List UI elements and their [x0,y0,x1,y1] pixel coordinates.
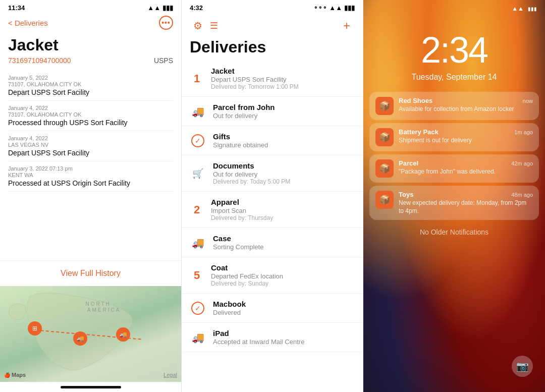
map-pin-truck: 🚚 [73,331,87,346]
list-time: 4:32 [190,4,203,12]
item-icon-case: 🚚 [190,237,206,249]
notifications-list: 📦 Red Shoes now Available for collection… [369,92,539,220]
item-icon-ipad: 🚚 [190,331,206,344]
item-text-macbook: Macbook Delivered [213,300,355,316]
camera-button[interactable]: 📷 [512,356,533,377]
item-badge-coat: 5 [190,269,204,282]
wifi-icon: ▲▲ [147,4,160,12]
list-signal-icon: ▲▲ [329,4,342,12]
notif-title-battery-pack: Battery Pack [399,128,439,136]
more-dots: ••• [161,19,171,27]
lock-time: 2:34 [363,29,545,71]
notif-text-battery-pack: Shipment is out for delivery [399,137,533,145]
history-item-3: January 3, 2022 07:13 pm KENT WA Process… [8,161,173,192]
history-date-3: January 3, 2022 07:13 pm [8,165,173,172]
list-toolbar: ⚙ ☰ + [182,14,363,36]
map-north-label: NORTH [85,301,111,307]
item-text-parcel: Parcel from John Out for delivery [213,103,355,120]
delivery-item-gifts[interactable]: ✓ Gifts Signature obtained [182,126,363,155]
notif-title-parcel: Parcel [399,159,418,167]
detail-nav: < Deliveries ••• [0,14,181,34]
delivery-item-parcel[interactable]: 🚚 Parcel from John Out for delivery [182,97,363,126]
lock-battery-icon: ▮▮▮ [528,6,537,12]
delivery-item-apparel[interactable]: 2 Apparel Import Scan Delivered by: Thur… [182,192,363,228]
list-wifi-icon: ⚬⚬⚬ [313,5,327,11]
item-text-jacket: Jacket Depart USPS Sort Facility Deliver… [211,67,355,90]
history-date-2: January 4, 2022 [8,135,173,141]
lock-wifi-icon: ▲▲ [512,5,524,12]
map-legal-link[interactable]: Legal [164,372,177,378]
back-button[interactable]: < Deliveries [8,19,48,27]
notif-text-red-shoes: Available for collection from Amazon loc… [399,105,533,114]
notif-title-red-shoes: Red Shoes [399,97,432,104]
delivery-list: 1 Jacket Depart USPS Sort Facility Deliv… [182,61,363,392]
detail-status-icons: ▲▲ ▮▮▮ [147,4,173,12]
notif-red-shoes[interactable]: 📦 Red Shoes now Available for collection… [369,92,539,120]
delivery-item-coat[interactable]: 5 Coat Departed FedEx location Delivered… [182,257,363,294]
notif-header-red-shoes: Red Shoes now [399,97,533,104]
list-title: Deliveries [182,36,363,61]
delivery-item-macbook[interactable]: ✓ Macbook Delivered [182,294,363,323]
notif-text-parcel: "Package from John" was delivered. [399,168,533,176]
notif-icon-red-shoes: 📦 [375,97,394,115]
notif-header-toys: Toys 48m ago [399,191,533,198]
notif-header-parcel: Parcel 42m ago [399,159,533,167]
history-desc-0: Depart USPS Sort Facility [8,88,173,96]
map-america-label: AMERICA [87,307,121,313]
list-battery-icon: ▮▮▮ [344,4,355,12]
detail-package-title: Jacket [0,34,181,55]
history-desc-3: Processed at USPS Origin Sort Facility [8,179,173,187]
notif-parcel[interactable]: 📦 Parcel 42m ago "Package from John" was… [369,154,539,183]
view-full-history-button[interactable]: View Full History [0,260,181,286]
notif-battery-pack[interactable]: 📦 Battery Pack 1m ago Shipment is out fo… [369,123,539,151]
notif-toys[interactable]: 📦 Toys 48m ago New expected delivery dat… [369,186,539,220]
cart-icon-documents: 🛒 [192,168,203,179]
history-item-0: January 5, 2022 73107, OKLAHOMA CITY OK … [8,71,173,101]
notif-title-toys: Toys [399,191,413,198]
package-icon-red-shoes: 📦 [379,100,390,111]
truck-pin-icon: 🚚 [77,335,84,342]
notif-time-toys: 48m ago [511,192,533,198]
history-location-2: LAS VEGAS NV [8,142,173,148]
truck-icon-parcel: 🚚 [192,105,204,118]
no-older-label: No Older Notifications [363,228,545,236]
detail-time: 11:34 [8,4,25,12]
item-text-documents: Documents Out for delivery Delivered by:… [213,161,355,185]
notif-time-red-shoes: now [523,98,533,104]
delivery-item-case[interactable]: 🚚 Case Sorting Complete [182,228,363,257]
history-location-3: KENT WA [8,172,173,178]
item-icon-gifts: ✓ [190,134,206,147]
lock-status-bar: ▲▲ ▮▮▮ [363,0,545,14]
add-button[interactable]: + [339,18,355,34]
delivery-item-ipad[interactable]: 🚚 iPad Accepted at Inward Mail Centre [182,323,363,352]
home-indicator [0,382,181,392]
notif-body-battery-pack: Battery Pack 1m ago Shipment is out for … [399,128,533,145]
lock-date: Tuesday, September 14 [363,73,545,82]
item-icon-macbook: ✓ [190,302,206,315]
notif-body-parcel: Parcel 42m ago "Package from John" was d… [399,159,533,176]
check-icon-gifts: ✓ [191,134,204,147]
notif-icon-parcel: 📦 [375,159,394,178]
history-item-1: January 4, 2022 73107, OKLAHOMA CITY OK … [8,101,173,131]
detail-panel: 11:34 ▲▲ ▮▮▮ < Deliveries ••• Jacket 731… [0,0,182,392]
camera-icon: 📷 [516,360,529,372]
battery-icon: ▮▮▮ [162,4,173,12]
history-desc-2: Depart USPS Sort Facility [8,149,173,157]
map-area[interactable]: NORTH AMERICA ⊞ 🚚 🚚 🍎 Maps Legal [0,286,181,382]
history-date-0: January 5, 2022 [8,75,173,81]
settings-icon[interactable]: ⚙ [190,18,206,34]
map-pin-origin: ⊞ [28,321,42,335]
delivery-item-documents[interactable]: 🛒 Documents Out for delivery Delivered b… [182,155,363,192]
history-location-1: 73107, OKLAHOMA CITY OK [8,111,173,118]
notif-time-parcel: 42m ago [511,160,533,166]
delivery-item-jacket[interactable]: 1 Jacket Depart USPS Sort Facility Deliv… [182,61,363,97]
map-pin-destination: 🚚 [116,327,130,342]
item-text-gifts: Gifts Signature obtained [213,132,355,149]
notif-icon-toys: 📦 [375,191,394,209]
carrier-label: USPS [154,57,173,65]
more-button[interactable]: ••• [159,16,173,30]
history-list: January 5, 2022 73107, OKLAHOMA CITY OK … [0,71,181,260]
notif-icon-battery-pack: 📦 [375,128,394,146]
filter-icon[interactable]: ☰ [206,18,222,34]
package-icon-battery-pack: 📦 [379,132,390,143]
